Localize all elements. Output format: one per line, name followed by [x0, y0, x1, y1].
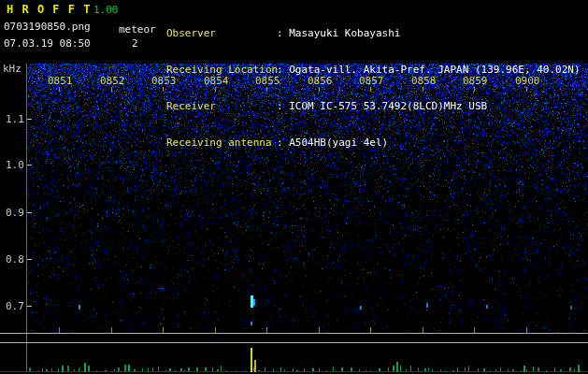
time-label-0900: 0900 — [515, 75, 540, 87]
level-tick — [38, 370, 39, 371]
level-tick — [396, 367, 397, 371]
level-tick — [333, 367, 334, 371]
freq-tick — [27, 119, 32, 120]
level-tick — [554, 367, 555, 371]
meteor-echo-mark — [79, 305, 80, 309]
level-tick — [495, 369, 496, 371]
level-tick — [326, 370, 327, 371]
info-colon: : — [277, 137, 289, 149]
level-tick — [478, 368, 479, 371]
level-tick — [118, 367, 120, 371]
level-tick — [184, 370, 185, 371]
level-tick — [42, 368, 43, 371]
level-tick — [468, 366, 469, 371]
level-tick — [165, 370, 166, 371]
info-colon: : — [277, 100, 289, 112]
signal-level-spike — [84, 363, 86, 372]
meteor-echo-mark — [253, 299, 255, 306]
level-tick — [457, 367, 458, 371]
observation-datetime: 07.03.19 08:50 — [4, 37, 91, 50]
level-tick — [428, 367, 429, 371]
level-tick — [152, 367, 153, 371]
level-tick — [46, 369, 48, 371]
meteor-count: 2 — [132, 37, 138, 50]
freq-label-1-0: 1.0 — [6, 159, 24, 171]
time-label-0853: 0853 — [151, 75, 177, 87]
freq-tick — [27, 165, 32, 165]
level-tick — [500, 367, 501, 371]
level-tick — [175, 370, 176, 371]
level-tick — [196, 367, 198, 371]
level-tick — [273, 368, 274, 371]
level-tick — [142, 368, 143, 371]
level-tick — [258, 370, 260, 371]
minute-tick-top — [163, 87, 164, 92]
minute-tick-bottom — [370, 327, 371, 333]
minute-tick-bottom — [111, 327, 112, 333]
level-tick — [221, 366, 222, 371]
level-tick — [148, 367, 149, 371]
level-tick — [445, 370, 446, 371]
app-title: H R O F F T — [7, 3, 91, 16]
level-tick — [424, 368, 426, 371]
level-tick — [67, 366, 69, 371]
time-label-0855: 0855 — [255, 75, 280, 87]
level-tick — [366, 370, 366, 371]
level-tick — [296, 370, 298, 371]
output-filename: 0703190850.png — [4, 21, 91, 33]
signal-level-spike — [254, 360, 256, 372]
level-tick — [124, 365, 126, 371]
freq-label-1-1: 1.1 — [6, 113, 24, 125]
level-tick — [217, 369, 219, 371]
time-label-0859: 0859 — [463, 75, 488, 87]
level-tick — [280, 367, 281, 371]
level-tick — [319, 368, 320, 371]
level-tick — [128, 365, 130, 371]
level-tick — [158, 367, 159, 371]
level-tick — [74, 369, 75, 371]
level-tick — [341, 367, 343, 371]
signal-level-spike — [251, 348, 252, 372]
info-row-antenna: Receiving antenna: A504HB(yagi 4el) — [166, 137, 581, 149]
freq-axis-unit: kHz — [3, 63, 22, 75]
meteor-echo-mark — [486, 305, 488, 309]
info-label: Receiving antenna — [166, 137, 277, 149]
level-tick — [284, 369, 285, 371]
level-tick — [538, 367, 539, 371]
level-tick — [51, 368, 52, 371]
minute-tick-top — [111, 87, 112, 92]
meteor-echo-mark — [360, 306, 362, 309]
level-tick — [546, 370, 547, 371]
time-label-0852: 0852 — [100, 75, 125, 87]
hrofft-window: H R O F F T 1.00 0703190850.png meteor 0… — [0, 0, 588, 374]
level-tick — [432, 369, 433, 371]
minute-tick-bottom — [526, 327, 527, 333]
level-tick — [304, 368, 305, 371]
level-tick — [359, 369, 360, 371]
info-value: Masayuki Kobayashi — [289, 27, 400, 39]
app-version: 1.00 — [93, 4, 119, 16]
level-tick — [440, 369, 441, 371]
level-tick — [293, 368, 294, 371]
level-tick — [188, 367, 190, 371]
info-value: ICOM IC-575 53.7492(8LCD)MHz USB — [289, 100, 487, 112]
freq-label-0-7: 0.7 — [6, 300, 24, 312]
info-label: Receiver — [166, 100, 277, 112]
station-info: Observer: Masayuki Kobayashi Receiving L… — [166, 3, 581, 173]
level-tick — [452, 370, 454, 371]
minute-tick-top — [59, 87, 60, 92]
level-tick — [88, 366, 90, 371]
level-tick — [508, 369, 509, 371]
level-tick — [370, 370, 371, 371]
minute-tick-bottom — [266, 327, 267, 333]
freq-label-0-9: 0.9 — [6, 207, 24, 219]
level-tick — [58, 368, 59, 371]
level-tick — [393, 366, 394, 371]
info-label: Observer — [166, 27, 277, 39]
info-value: A504HB(yagi 4el) — [289, 137, 388, 149]
info-row-receiver: Receiver: ICOM IC-575 53.7492(8LCD)MHz U… — [166, 100, 581, 112]
level-tick — [96, 370, 97, 371]
level-tick — [569, 367, 571, 371]
time-label-0854: 0854 — [204, 75, 229, 87]
level-tick — [169, 368, 171, 371]
